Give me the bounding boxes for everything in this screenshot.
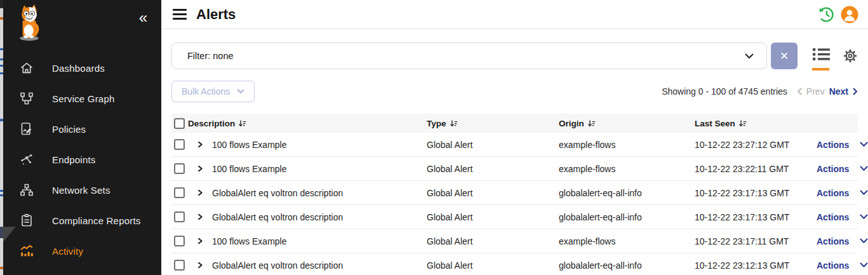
row-checkbox[interactable] <box>174 163 185 174</box>
table-header-row: Description Type Origin Last Seen <box>171 114 858 133</box>
row-checkbox[interactable] <box>174 260 185 271</box>
sidebar-nav: Dashboards Service Graph <box>3 53 161 275</box>
clear-filter-button[interactable]: ✕ <box>771 43 798 69</box>
sidebar-item-partial[interactable] <box>3 266 161 275</box>
sidebar-collapse-icon[interactable]: « <box>139 10 147 25</box>
column-label: Description <box>188 119 235 128</box>
chevron-right-icon <box>853 88 858 95</box>
alert-type: Global Alert <box>427 140 559 150</box>
alert-origin: globalalert-eq-all-info <box>559 188 695 198</box>
service-graph-icon <box>19 91 34 106</box>
sidebar-item-policies[interactable]: Policies <box>3 114 161 144</box>
sort-icon <box>450 119 458 128</box>
actions-menu-button[interactable]: Actions <box>817 164 849 174</box>
alert-description: 100 flows Example <box>212 236 287 246</box>
row-checkbox[interactable] <box>174 187 185 198</box>
alert-description: 100 flows Example <box>212 164 287 174</box>
sidebar-item-label: Dashboards <box>52 63 105 74</box>
chevron-down-icon[interactable] <box>860 238 868 244</box>
table-row: GlobalAlert eq voltron description Globa… <box>171 253 858 275</box>
sidebar-item-compliance-reports[interactable]: Compliance Reports <box>3 205 161 236</box>
alert-type: Global Alert <box>427 188 559 198</box>
alert-origin: example-flows <box>559 236 695 246</box>
gear-icon[interactable] <box>843 48 858 64</box>
filter-value: Filter: none <box>187 51 234 61</box>
sort-icon <box>238 119 246 128</box>
expand-row-icon[interactable] <box>197 189 203 196</box>
endpoints-icon <box>19 152 34 167</box>
expand-row-icon[interactable] <box>197 165 203 172</box>
compliance-reports-icon <box>19 213 34 228</box>
alert-last-seen: 10-12-22 23:17:13 GMT <box>695 188 817 198</box>
column-header-type[interactable]: Type <box>427 119 559 128</box>
filter-select[interactable]: Filter: none <box>171 43 767 69</box>
alert-last-seen: 10-12-22 23:22:11 GMT <box>695 164 817 174</box>
list-view-toggle[interactable] <box>813 48 830 65</box>
bulk-actions-button[interactable]: Bulk Actions <box>171 81 255 102</box>
column-label: Origin <box>559 119 584 128</box>
bulk-actions-label: Bulk Actions <box>182 86 230 97</box>
alert-description: GlobalAlert eq voltron description <box>212 188 343 198</box>
sidebar-item-activity[interactable]: Activity <box>3 236 161 266</box>
prev-page-button[interactable]: Prev <box>806 86 825 97</box>
hamburger-menu-icon[interactable] <box>173 9 187 20</box>
page-title: Alerts <box>196 6 236 23</box>
alert-origin: example-flows <box>559 140 695 150</box>
policies-icon <box>19 121 34 137</box>
chevron-left-icon <box>797 88 802 95</box>
history-icon[interactable] <box>818 6 836 23</box>
chevron-down-icon[interactable] <box>860 190 868 196</box>
chevron-down-icon[interactable] <box>860 214 868 220</box>
expand-row-icon[interactable] <box>197 238 203 245</box>
app-window: « Dashboards Service Graph <box>0 0 868 275</box>
topbar: Alerts <box>161 0 868 29</box>
alert-type: Global Alert <box>427 212 559 222</box>
row-checkbox[interactable] <box>174 139 185 150</box>
content: Filter: none ✕ <box>161 29 868 275</box>
sidebar-item-dashboards[interactable]: Dashboards <box>3 53 161 83</box>
sidebar-item-service-graph[interactable]: Service Graph <box>3 83 161 114</box>
column-header-origin[interactable]: Origin <box>559 119 695 128</box>
actions-menu-button[interactable]: Actions <box>817 188 849 198</box>
filter-row: Filter: none ✕ <box>171 43 858 69</box>
column-label: Type <box>427 119 446 128</box>
actions-menu-button[interactable]: Actions <box>817 260 849 271</box>
actions-menu-button[interactable]: Actions <box>817 236 849 246</box>
sort-icon <box>738 119 747 128</box>
sidebar-item-label: Policies <box>52 124 86 135</box>
chevron-down-icon[interactable] <box>860 166 868 171</box>
actions-menu-button[interactable]: Actions <box>817 212 849 222</box>
select-all-checkbox[interactable] <box>174 118 185 129</box>
alert-type: Global Alert <box>427 260 559 271</box>
showing-entries-text: Showing 0 - 100 of 4745 entries <box>662 86 787 97</box>
actions-menu-button[interactable]: Actions <box>817 140 849 150</box>
row-checkbox[interactable] <box>174 236 185 246</box>
chevron-down-icon <box>745 53 754 59</box>
row-checkbox[interactable] <box>174 211 185 222</box>
column-header-description[interactable]: Description <box>188 119 427 128</box>
sidebar-item-label: Endpoints <box>52 154 96 165</box>
chevron-down-icon[interactable] <box>860 262 868 268</box>
table-row: 100 flows Example Global Alert example-f… <box>171 157 858 181</box>
calico-cat-logo <box>13 4 46 44</box>
alert-type: Global Alert <box>427 236 559 246</box>
alert-last-seen: 10-12-22 23:12:13 GMT <box>695 260 817 271</box>
network-sets-icon <box>19 182 34 198</box>
expand-row-icon[interactable] <box>197 141 203 148</box>
user-avatar[interactable] <box>841 6 858 23</box>
column-header-last-seen[interactable]: Last Seen <box>695 119 817 128</box>
next-page-button[interactable]: Next <box>829 86 848 97</box>
sidebar-item-network-sets[interactable]: Network Sets <box>3 175 161 205</box>
pagination: Showing 0 - 100 of 4745 entries Prev Nex… <box>662 86 858 97</box>
sidebar-item-endpoints[interactable]: Endpoints <box>3 144 161 175</box>
sidebar-item-label: Compliance Reports <box>52 215 141 226</box>
view-icons <box>813 48 858 65</box>
alert-description: GlobalAlert eq voltron description <box>212 212 343 222</box>
expand-row-icon[interactable] <box>197 213 203 220</box>
chevron-down-icon[interactable] <box>860 142 868 147</box>
alert-origin: globalalert-eq-all-info <box>559 212 695 222</box>
actions-row: Bulk Actions Showing 0 - 100 of 4745 ent… <box>171 81 858 102</box>
table-row: 100 flows Example Global Alert example-f… <box>171 133 858 157</box>
expand-row-icon[interactable] <box>197 262 203 269</box>
alert-description: 100 flows Example <box>212 140 287 150</box>
